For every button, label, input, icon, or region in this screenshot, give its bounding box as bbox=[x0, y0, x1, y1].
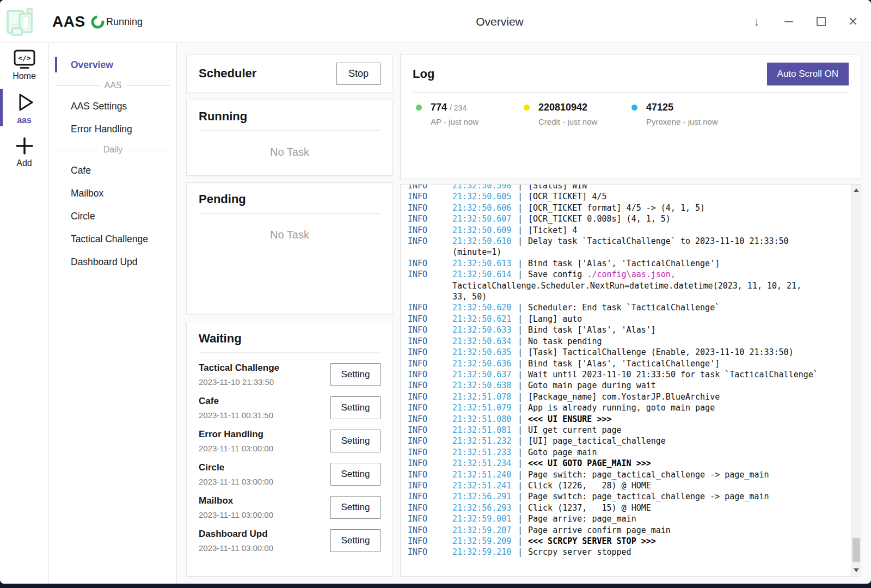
sidebar-section-label: AAS bbox=[105, 81, 122, 90]
log-message: <<< SCRCPY SERVER STOP >>> bbox=[528, 536, 656, 547]
setting-button-mailbox[interactable]: Setting bbox=[330, 496, 381, 519]
sidebar-item-label: Dashboard Upd bbox=[71, 256, 138, 268]
minimize-button[interactable] bbox=[782, 15, 796, 29]
rail-item-home[interactable]: </> Home bbox=[0, 44, 48, 85]
setting-button-cafe[interactable]: Setting bbox=[330, 396, 381, 419]
log-separator: | bbox=[518, 213, 528, 224]
sidebar-item-tactical-challenge[interactable]: Tactical Challenge bbox=[50, 228, 176, 250]
scheduler-panel: Scheduler Stop bbox=[186, 54, 393, 93]
log-line: INFO21:32:50.636|Bind task ['Alas', 'Tac… bbox=[408, 358, 850, 369]
log-message: Click (1226, 28) @ HOME bbox=[528, 480, 651, 491]
main-content: Scheduler Stop Running No Task Pending N… bbox=[177, 44, 871, 584]
sidebar-item-mailbox[interactable]: Mailbox bbox=[50, 182, 176, 205]
log-level-spacer bbox=[408, 247, 452, 258]
sidebar-item-error-handling[interactable]: Error Handling bbox=[50, 118, 176, 140]
waiting-task-info: Cafe2023-11-11 00:31:50 bbox=[199, 396, 273, 420]
log-timestamp: 21:32:50.613 bbox=[452, 258, 518, 269]
log-timestamp: 21:32:51.234 bbox=[452, 458, 518, 469]
active-indicator bbox=[55, 57, 57, 72]
close-button[interactable]: ✕ bbox=[846, 15, 860, 29]
icon-rail: </> Home aas Add bbox=[0, 44, 49, 584]
log-line: INFO21:32:50.607|[OCR_TICKET 0.008s] (4,… bbox=[408, 213, 850, 224]
stat-value-row: 774/ 234 bbox=[416, 102, 524, 113]
log-line: INFO21:32:50.614|Save config ./config\aa… bbox=[408, 269, 850, 280]
stop-button[interactable]: Stop bbox=[336, 63, 381, 85]
log-separator: | bbox=[518, 414, 528, 425]
download-update-button[interactable]: ↓ bbox=[750, 15, 764, 29]
log-separator: | bbox=[518, 402, 528, 413]
log-output: INFO21:32:50.598|[Status] WININFO21:32:5… bbox=[400, 184, 861, 577]
log-separator: | bbox=[518, 380, 528, 391]
app-name: AAS bbox=[52, 13, 85, 30]
log-message-segment: Scheduler: End task `TacticalChallenge` bbox=[528, 303, 720, 313]
log-message-segment: [Package_name] com.YostarJP.BlueArchive bbox=[528, 392, 720, 402]
window-controls: ↓ ✕ bbox=[750, 0, 860, 43]
log-line: INFO21:32:50.633|Bind task ['Alas', 'Ala… bbox=[408, 324, 850, 335]
window-title: Overview bbox=[476, 15, 524, 28]
stat-value: 47125 bbox=[646, 102, 673, 113]
log-line: INFO21:32:50.610|Delay task `TacticalCha… bbox=[408, 236, 850, 247]
pending-empty-text: No Task bbox=[199, 229, 381, 241]
log-timestamp: 21:32:50.609 bbox=[452, 225, 518, 236]
scrollbar-thumb[interactable] bbox=[852, 538, 860, 562]
log-message: (minute=1) bbox=[452, 247, 501, 258]
log-message: Goto main page during wait bbox=[528, 380, 656, 391]
sidebar-item-circle[interactable]: Circle bbox=[50, 205, 176, 228]
log-scrollbar[interactable] bbox=[851, 185, 861, 576]
stat-label: Pyroxene - just now bbox=[646, 117, 739, 126]
setting-button-dashboard-upd[interactable]: Setting bbox=[330, 529, 381, 552]
log-line: INFO21:32:51.234|<<< UI GOTO PAGE_MAIN >… bbox=[408, 458, 850, 469]
log-line: INFO21:32:50.621|[Lang] auto bbox=[408, 314, 850, 324]
scroll-down-arrow-icon[interactable] bbox=[854, 568, 859, 572]
auto-scroll-button[interactable]: Auto Scroll ON bbox=[767, 63, 849, 85]
log-separator: | bbox=[518, 347, 528, 358]
setting-button-tactical-challenge[interactable]: Setting bbox=[330, 363, 381, 386]
log-message: Delay task `TacticalChallenge` to 2023-1… bbox=[528, 236, 789, 247]
pending-panel: Pending No Task bbox=[186, 182, 393, 314]
log-message: Wait until 2023-11-10 21:33:50 for task … bbox=[528, 369, 818, 380]
waiting-task-row-cafe: Cafe2023-11-11 00:31:50Setting bbox=[199, 391, 381, 424]
waiting-task-next-run: 2023-11-11 03:00:00 bbox=[199, 543, 273, 553]
log-timestamp: 21:32:50.637 bbox=[452, 369, 518, 380]
app-logo-icon bbox=[5, 7, 36, 37]
sidebar-item-cafe[interactable]: Cafe bbox=[50, 159, 176, 182]
sidebar-section-aas: AAS bbox=[50, 76, 176, 95]
scroll-up-arrow-icon[interactable] bbox=[854, 188, 859, 192]
setting-button-circle[interactable]: Setting bbox=[330, 463, 381, 486]
log-timestamp: 21:32:50.638 bbox=[452, 380, 518, 391]
log-timestamp: 21:32:50.621 bbox=[452, 314, 518, 324]
log-message-segment: Wait until 2023-11-10 21:33:50 for task … bbox=[528, 370, 818, 379]
log-message: [Ticket] 4 bbox=[528, 225, 577, 236]
log-message: UI get current page bbox=[528, 425, 622, 436]
log-message-segment: [OCR_TICKET 0.008s] (4, 1, 5) bbox=[528, 214, 671, 224]
sidebar-item-dashboard-upd[interactable]: Dashboard Upd bbox=[50, 250, 176, 273]
log-message-segment: Goto main page during wait bbox=[528, 381, 656, 390]
log-header: Log Auto Scroll ON bbox=[413, 63, 849, 85]
waiting-task-name: Cafe bbox=[199, 396, 273, 407]
log-message: [Task] TacticalChallenge (Enable, 2023-1… bbox=[528, 347, 794, 358]
log-timestamp: 21:32:59.210 bbox=[452, 547, 518, 558]
rail-item-aas[interactable]: aas bbox=[0, 85, 48, 130]
stat-dot-icon bbox=[416, 105, 422, 111]
sidebar-item-overview[interactable]: Overview bbox=[50, 53, 176, 76]
log-message: Scrcpy server stopped bbox=[528, 547, 631, 558]
log-separator: | bbox=[518, 503, 528, 513]
log-message-segment: Bind task ['Alas', 'TacticalChallenge'] bbox=[528, 259, 720, 268]
log-level: INFO bbox=[408, 258, 452, 269]
rail-item-add[interactable]: Add bbox=[0, 130, 48, 173]
maximize-button[interactable] bbox=[814, 15, 828, 29]
log-message-segment: <<< UI GOTO PAGE_MAIN >>> bbox=[528, 458, 651, 468]
log-message-segment: Page switch: page_tactical_challenge -> … bbox=[528, 470, 769, 480]
log-level: INFO bbox=[408, 513, 452, 524]
sidebar-item-aas-settings[interactable]: AAS Settings bbox=[50, 95, 176, 118]
setting-button-error-handling[interactable]: Setting bbox=[330, 430, 381, 452]
log-message-segment: Bind task ['Alas', 'Alas'] bbox=[528, 325, 656, 335]
log-line: INFO21:32:51.081|UI get current page bbox=[408, 425, 850, 436]
waiting-task-row-dashboard-upd: Dashboard Upd2023-11-11 03:00:00Setting bbox=[199, 524, 381, 557]
log-message-segment: Delay task `TacticalChallenge` to 2023-1… bbox=[528, 236, 789, 246]
log-level-spacer bbox=[408, 291, 452, 302]
log-message: Scheduler: End task `TacticalChallenge` bbox=[528, 302, 720, 313]
log-level: INFO bbox=[408, 414, 452, 425]
log-message-segment: [OCR_TICKET format] 4/5 -> (4, 1, 5) bbox=[528, 203, 705, 213]
log-message-segment: Click (1226, 28) @ HOME bbox=[528, 481, 651, 491]
